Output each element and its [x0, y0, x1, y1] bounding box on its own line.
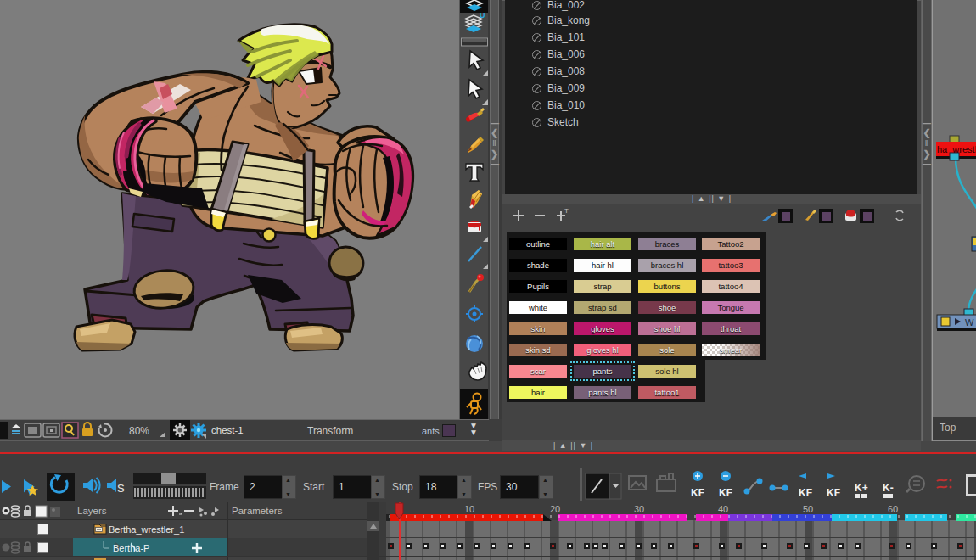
svg-text:KF: KF [691, 487, 704, 499]
svg-text:W: W [965, 317, 974, 328]
svg-text:U: U [480, 11, 485, 20]
svg-text:KF: KF [827, 487, 840, 499]
svg-text:S: S [117, 482, 125, 495]
svg-text:KF: KF [719, 487, 732, 499]
svg-text:T: T [564, 207, 569, 215]
svg-text:K+: K+ [855, 482, 868, 494]
svg-text:K-: K- [883, 482, 894, 494]
svg-text:KF: KF [799, 487, 812, 499]
